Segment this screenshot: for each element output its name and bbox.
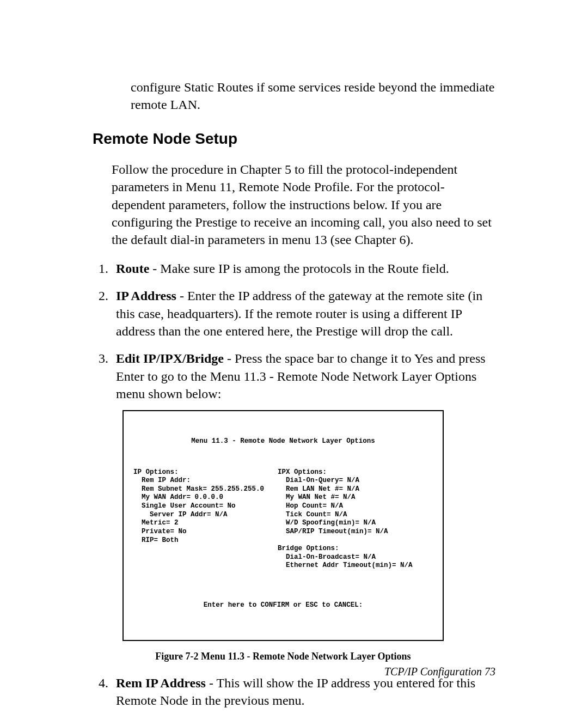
terminal-screenshot: Menu 11.3 - Remote Node Network Layer Op…: [122, 410, 444, 641]
terminal-right-column: IPX Options: Dial-On-Query= N/A Rem LAN …: [278, 468, 433, 571]
terminal-title: Menu 11.3 - Remote Node Network Layer Op…: [133, 437, 433, 446]
section-heading: Remote Node Setup: [93, 130, 495, 148]
list-item-label: Rem IP Address: [116, 676, 206, 690]
document-page: configure Static Routes if some services…: [0, 0, 588, 714]
page-footer: TCP/IP Configuration 73: [384, 666, 495, 678]
list-item: Route - Make sure IP is among the protoc…: [112, 260, 495, 277]
list-item-label: Edit IP/IPX/Bridge: [116, 351, 224, 365]
ordered-list: Route - Make sure IP is among the protoc…: [93, 260, 495, 710]
section-body-paragraph: Follow the procedure in Chapter 5 to fil…: [112, 161, 495, 249]
list-item-text: - Make sure IP is among the protocols in…: [149, 261, 449, 276]
list-item: Rem IP Address - This will show the IP a…: [112, 674, 495, 710]
terminal-columns: IP Options: Rem IP Addr: Rem Subnet Mask…: [133, 468, 433, 571]
list-item: Edit IP/IPX/Bridge - Press the space bar…: [112, 350, 495, 663]
figure-caption: Figure 7-2 Menu 11.3 - Remote Node Netwo…: [122, 650, 444, 663]
list-item-label: IP Address: [116, 289, 176, 303]
intro-paragraph: configure Static Routes if some services…: [131, 78, 495, 114]
list-item-label: Route: [116, 261, 149, 276]
list-item: IP Address - Enter the IP address of the…: [112, 287, 495, 340]
terminal-left-column: IP Options: Rem IP Addr: Rem Subnet Mask…: [133, 468, 278, 571]
terminal-footer: Enter here to CONFIRM or ESC to CANCEL:: [133, 601, 433, 610]
